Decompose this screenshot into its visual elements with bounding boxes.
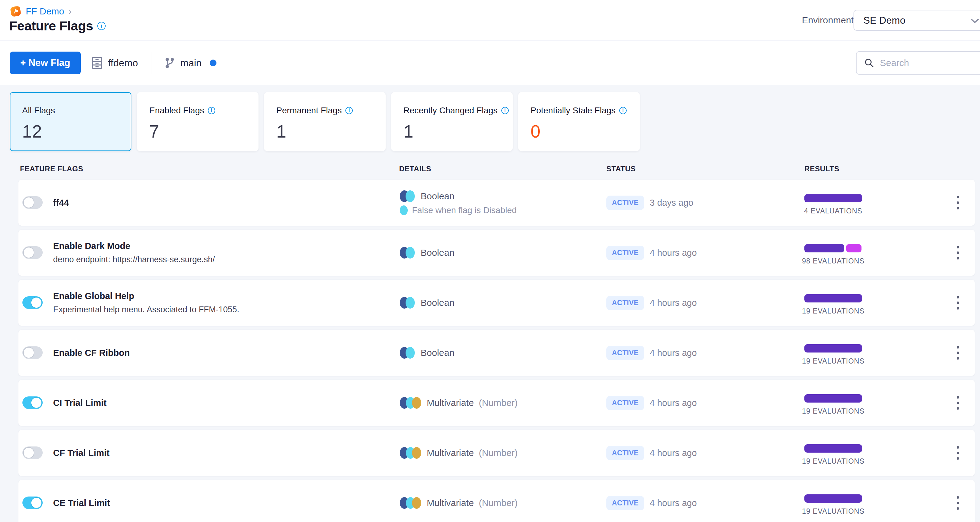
- status-badge: ACTIVE: [606, 446, 644, 460]
- flag-details: Multivariate (Number): [400, 480, 518, 522]
- new-flag-button[interactable]: + New Flag: [10, 52, 81, 74]
- flag-toggle[interactable]: [22, 246, 43, 259]
- card-value: 1: [403, 121, 512, 142]
- boolean-type-icon: [400, 347, 416, 359]
- card-label: Enabled Flags: [149, 106, 204, 115]
- flag-toggle[interactable]: [22, 497, 43, 509]
- flag-name[interactable]: Enable CF Ribbon: [53, 348, 130, 358]
- boolean-type-icon: [400, 297, 416, 309]
- info-icon[interactable]: i: [619, 107, 627, 114]
- flag-row-ce-trial-limit[interactable]: CE Trial Limit Multivariate (Number) ACT…: [18, 480, 975, 522]
- flag-type: Boolean: [421, 191, 454, 201]
- card-recently-changed-flags[interactable]: Recently Changed Flagsi 1: [391, 92, 513, 151]
- row-menu-button[interactable]: [949, 380, 967, 426]
- row-menu-button[interactable]: [949, 180, 967, 226]
- card-potentially-stale-flags[interactable]: Potentially Stale Flagsi 0: [518, 92, 640, 151]
- flag-status: ACTIVE 3 days ago: [606, 180, 693, 226]
- flag-name[interactable]: CI Trial Limit: [53, 398, 107, 408]
- card-enabled-flags[interactable]: Enabled Flagsi 7: [137, 92, 259, 151]
- evaluations-count: 4 EVALUATIONS: [804, 207, 862, 215]
- divider: [151, 52, 151, 74]
- flag-toggle[interactable]: [22, 396, 43, 409]
- flag-name[interactable]: CF Trial Limit: [53, 448, 110, 458]
- chevron-down-icon: [970, 18, 979, 24]
- card-permanent-flags[interactable]: Permanent Flagsi 1: [264, 92, 386, 151]
- flag-rows: ff44 Boolean False when flag is Disabled…: [0, 180, 980, 522]
- kebab-icon: [956, 194, 960, 211]
- evaluations-count: 19 EVALUATIONS: [802, 357, 865, 365]
- flag-details: Boolean: [400, 280, 454, 326]
- flag-details: Multivariate (Number): [400, 380, 518, 426]
- environment-value: SE Demo: [863, 15, 905, 26]
- evaluations-count: 98 EVALUATIONS: [802, 257, 865, 265]
- flag-row-enable-cf-ribbon[interactable]: Enable CF Ribbon Boolean ACTIVE 4 hours …: [18, 330, 975, 376]
- status-badge: ACTIVE: [606, 246, 644, 260]
- flag-details: Boolean: [400, 330, 454, 376]
- last-updated: 4 hours ago: [650, 298, 697, 308]
- info-icon[interactable]: i: [345, 107, 353, 114]
- flag-description: demo endpoint: https://harness-se.surge.…: [53, 255, 215, 264]
- status-badge: ACTIVE: [606, 296, 644, 310]
- col-header-feature-flags: FEATURE FLAGS: [20, 165, 83, 173]
- flag-type-note: (Number): [479, 498, 518, 508]
- info-icon[interactable]: i: [208, 107, 215, 114]
- kebab-icon: [956, 345, 960, 361]
- search-input[interactable]: [880, 58, 980, 68]
- flag-row-enable-global-help[interactable]: Enable Global Help Experimental help men…: [18, 280, 975, 326]
- search-box[interactable]: [856, 51, 980, 75]
- environment-select[interactable]: SE Demo: [854, 10, 980, 31]
- flag-name[interactable]: CE Trial Limit: [53, 498, 110, 508]
- flag-row-ci-trial-limit[interactable]: CI Trial Limit Multivariate (Number) ACT…: [18, 380, 975, 426]
- flag-name[interactable]: ff44: [53, 198, 69, 208]
- flag-toggle[interactable]: [22, 346, 43, 359]
- flag-type: Multivariate: [427, 448, 474, 458]
- row-menu-button[interactable]: [949, 280, 967, 326]
- flag-results: 19 EVALUATIONS: [804, 344, 884, 365]
- toolbar: + New Flag ffdemo main: [0, 41, 980, 85]
- kebab-icon: [956, 495, 960, 511]
- row-menu-button[interactable]: [949, 480, 967, 522]
- kebab-icon: [956, 395, 960, 411]
- last-updated: 4 hours ago: [650, 248, 697, 258]
- flag-status: ACTIVE 4 hours ago: [606, 280, 697, 326]
- flag-results: 98 EVALUATIONS: [804, 244, 884, 265]
- flag-row-cf-trial-limit[interactable]: CF Trial Limit Multivariate (Number) ACT…: [18, 430, 975, 476]
- flag-results: 4 EVALUATIONS: [804, 194, 884, 215]
- row-menu-button[interactable]: [949, 430, 967, 476]
- flag-name[interactable]: Enable Dark Mode: [53, 241, 215, 251]
- flag-row-enable-dark-mode[interactable]: Enable Dark Mode demo endpoint: https://…: [18, 230, 975, 276]
- info-icon[interactable]: i: [501, 107, 509, 114]
- flag-name[interactable]: Enable Global Help: [53, 291, 239, 301]
- col-header-details: DETAILS: [399, 165, 431, 173]
- page-header: FF Demo › Feature Flags i Environment SE…: [0, 0, 980, 41]
- kebab-icon: [956, 445, 960, 461]
- title-info-icon[interactable]: i: [97, 22, 106, 30]
- card-value: 12: [22, 121, 131, 142]
- last-updated: 4 hours ago: [650, 398, 697, 408]
- flag-type: Boolean: [421, 298, 454, 308]
- row-menu-button[interactable]: [949, 330, 967, 376]
- evaluations-count: 19 EVALUATIONS: [802, 307, 865, 315]
- flag-toggle[interactable]: [22, 296, 43, 309]
- breadcrumb-project-link[interactable]: FF Demo: [26, 6, 64, 17]
- flag-toggle[interactable]: [22, 196, 43, 209]
- col-header-results: RESULTS: [804, 165, 839, 173]
- status-badge: ACTIVE: [606, 346, 644, 360]
- content: All Flags 12 Enabled Flagsi 7 Permanent …: [0, 85, 980, 522]
- flag-row-ff44[interactable]: ff44 Boolean False when flag is Disabled…: [18, 180, 975, 226]
- repo-name[interactable]: ffdemo: [108, 57, 138, 69]
- branch-name[interactable]: main: [180, 57, 201, 69]
- branch-status-dot: [210, 60, 216, 66]
- evaluations-count: 19 EVALUATIONS: [802, 507, 865, 516]
- evaluations-bar: [804, 494, 884, 503]
- evaluations-bar: [804, 194, 884, 202]
- flag-toggle[interactable]: [22, 446, 43, 459]
- breadcrumb: FF Demo ›: [10, 6, 72, 17]
- card-all-flags[interactable]: All Flags 12: [10, 92, 131, 151]
- row-menu-button[interactable]: [949, 230, 967, 276]
- table-header: FEATURE FLAGS DETAILS STATUS RESULTS: [0, 160, 980, 177]
- evaluations-count: 19 EVALUATIONS: [802, 407, 865, 415]
- last-updated: 4 hours ago: [650, 448, 697, 458]
- breadcrumb-chevron-icon: ›: [68, 6, 72, 17]
- flag-type: Boolean: [421, 247, 454, 258]
